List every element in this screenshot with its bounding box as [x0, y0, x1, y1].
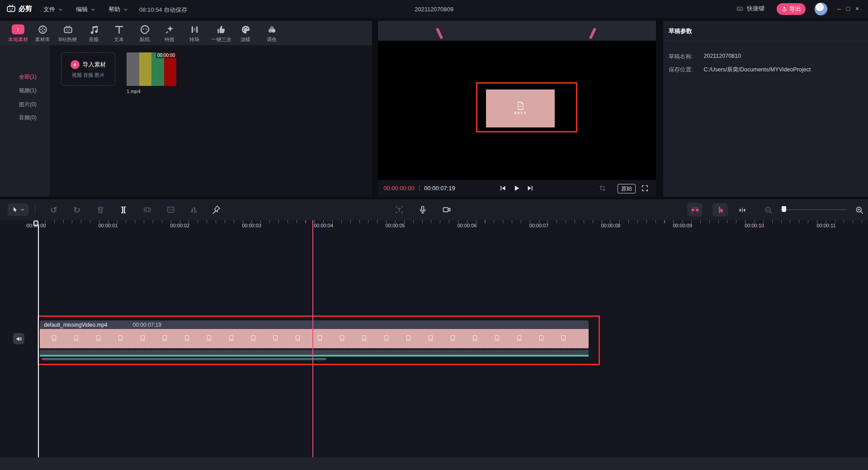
auto-snap-button[interactable]	[687, 203, 703, 216]
missing-file-icon	[539, 335, 543, 341]
undo-icon[interactable]: ↺	[48, 204, 59, 215]
tab-magic-star[interactable]: 特效	[157, 24, 182, 43]
play-button[interactable]	[513, 184, 520, 192]
missing-file-icon	[384, 335, 388, 341]
tab-thumbs-up[interactable]: 一键三连	[208, 24, 234, 43]
media-clip-thumbnail[interactable]: 00:00:00	[127, 52, 176, 86]
ruler-time-label: 00:00:07	[529, 223, 549, 228]
timeline-ruler[interactable]	[36, 220, 868, 223]
delete-icon[interactable]	[95, 204, 106, 215]
draft-params-title: 草稿参数	[669, 27, 692, 35]
tab-sticker[interactable]: 贴纸	[132, 24, 157, 43]
next-frame-button[interactable]	[526, 184, 534, 192]
window-close-button[interactable]: ×	[853, 5, 862, 12]
annotation-stroke	[436, 28, 443, 39]
pin-icon[interactable]	[211, 204, 222, 215]
track-mute-button[interactable]	[13, 333, 24, 344]
zoom-slider-thumb[interactable]	[782, 206, 786, 212]
text-recognition-icon[interactable]	[394, 204, 405, 215]
save-path-value: C:/Users/辰奕/Documents/MYVideoProject	[703, 66, 811, 74]
trim-frame-icon[interactable]	[142, 204, 153, 215]
zoom-in-icon[interactable]	[854, 205, 865, 216]
tab-transition-bars[interactable]: 转场	[182, 24, 207, 43]
transition-bars-icon	[182, 24, 207, 35]
split-clip-icon[interactable]: ][	[118, 204, 129, 215]
mirror-flip-icon[interactable]	[188, 204, 199, 215]
timeline-horizontal-scrollbar[interactable]	[42, 358, 326, 360]
missing-file-icon	[296, 335, 300, 341]
timeline-panel: ↺ ↻ ][ 00:00:0000:00:0100:00:0200:00:030…	[0, 199, 868, 470]
missing-file-icon	[96, 335, 100, 341]
speaker-icon	[15, 335, 23, 343]
select-tool-button[interactable]	[8, 203, 28, 216]
align-center-icon[interactable]	[737, 205, 748, 216]
tab-text[interactable]: 文本	[106, 24, 132, 43]
adsorb-button[interactable]	[712, 203, 728, 216]
missing-file-icon	[118, 335, 123, 341]
missing-file-icon	[495, 335, 499, 341]
draft-name-value: 202112070810	[703, 53, 741, 61]
magnet-snap-icon	[690, 205, 700, 215]
draft-name-row: 草稿名称: 202112070810	[669, 53, 741, 61]
picture-in-picture-icon[interactable]	[165, 204, 176, 215]
tab-music-note[interactable]: 音频	[81, 24, 106, 43]
tab-color-circles[interactable]: 调色	[259, 24, 284, 43]
sidebar-filter-item[interactable]: 图片(0)	[19, 101, 37, 108]
missing-file-icon	[251, 335, 255, 341]
window-minimize-button[interactable]: –	[835, 5, 844, 12]
sidebar-filter-item[interactable]: 全部(1)	[19, 73, 37, 81]
preview-panel: 素材丢失 00:00:00:00 | 00:00:07:19 原始	[378, 21, 656, 197]
missing-file-icon	[451, 335, 455, 341]
fullscreen-icon[interactable]	[641, 184, 649, 192]
timecode-separator: |	[419, 184, 420, 191]
ruler-time-label: 00:00:11	[816, 223, 835, 228]
keyboard-icon	[736, 5, 744, 12]
missing-file-icon	[561, 335, 566, 341]
shortcuts-button[interactable]: 快捷键	[736, 5, 764, 13]
sidebar-filter-item[interactable]: 视频(1)	[19, 87, 37, 94]
ruler-time-label: 00:00:09	[673, 223, 692, 228]
missing-file-icon	[362, 335, 366, 341]
zoom-out-icon[interactable]	[763, 205, 774, 216]
window-maximize-button[interactable]: □	[844, 5, 853, 12]
sidebar-filter-item[interactable]: 音频(0)	[19, 114, 37, 122]
redo-icon[interactable]: ↻	[71, 204, 82, 215]
previous-frame-button[interactable]	[499, 184, 507, 192]
ruler-time-label: 00:00:06	[458, 223, 477, 228]
microphone-icon[interactable]	[417, 204, 428, 215]
color-circles-icon	[259, 24, 284, 35]
annotation-red-box: 素材丢失	[476, 82, 577, 132]
clip-duration: 00:00:07:19	[133, 322, 161, 328]
tab-palette[interactable]: 滤镜	[233, 24, 258, 43]
missing-media-placeholder: 素材丢失	[486, 89, 555, 127]
timeline-clip[interactable]: default_missingVideo.mp4 00:00:07:19	[40, 320, 589, 357]
original-ratio-button[interactable]: 原始	[618, 184, 636, 193]
timeline-bottom-strip	[0, 457, 868, 470]
clip-audio-bar[interactable]	[40, 350, 589, 355]
ruler-time-label: 00:00:08	[601, 223, 620, 228]
crop-icon[interactable]	[599, 184, 606, 192]
camera-record-icon[interactable]	[441, 204, 452, 215]
tab-film-reel[interactable]: 素材库	[30, 24, 55, 43]
tab-upload-folder[interactable]: ↑本地素材	[5, 24, 31, 43]
tab-label: 音频	[81, 36, 106, 43]
timeline-zoom-slider[interactable]	[780, 209, 847, 210]
text-icon	[106, 24, 132, 35]
clip-header[interactable]: default_missingVideo.mp4 00:00:07:19	[40, 320, 589, 329]
missing-file-icon	[229, 335, 233, 341]
clip-filmstrip[interactable]	[40, 329, 589, 348]
user-avatar[interactable]	[814, 2, 828, 16]
missing-file-icon	[406, 335, 410, 341]
clip-audio-waveform-line	[40, 355, 589, 357]
playhead-line[interactable]	[38, 226, 39, 457]
title-bar: 必剪 文件 编辑 帮助 08:10:54 自动保存 202112070809 快…	[0, 0, 868, 18]
export-button[interactable]: 导出	[777, 3, 806, 15]
divider	[663, 41, 868, 41]
video-viewport[interactable]: 素材丢失	[378, 41, 656, 180]
cursor-icon	[12, 206, 18, 213]
missing-file-icon	[141, 335, 145, 341]
palette-icon	[233, 24, 258, 35]
ruler-time-label: 00:00:05	[386, 223, 405, 228]
import-material-button[interactable]: + 导入素材 视频 音频 图片	[61, 52, 115, 86]
tab-tv[interactable]: B站热梗	[55, 24, 80, 43]
